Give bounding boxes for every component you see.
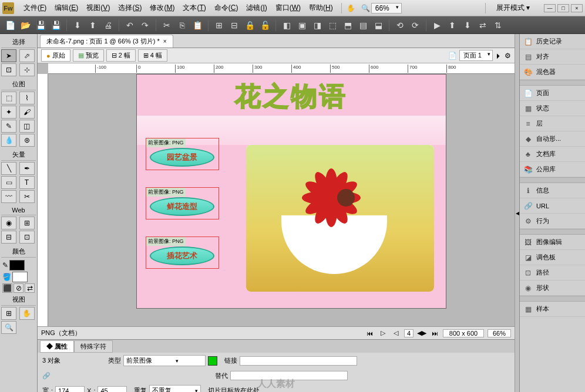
new-icon[interactable]: 📄: [4, 19, 16, 32]
first-frame-icon[interactable]: ⏮: [365, 329, 375, 337]
panel-layers[interactable]: ≡层: [520, 116, 585, 131]
text-tool[interactable]: T: [19, 176, 35, 189]
view-tab-preview[interactable]: ▦预览: [73, 49, 104, 62]
line-tool[interactable]: ╲: [1, 162, 16, 175]
knife-tool[interactable]: ✂: [19, 190, 35, 203]
view-tab-2up[interactable]: ⊟ 2 幅: [106, 49, 136, 62]
document-canvas[interactable]: 花之物语 前景图像: PNG 园艺盆景 前景图像: PNG 鲜花造型 前景图像:…: [136, 74, 446, 309]
nav-button-3[interactable]: 插花艺术: [150, 246, 214, 265]
unlock-icon[interactable]: 🔓: [258, 19, 271, 32]
undo-icon[interactable]: ↶: [123, 19, 136, 32]
panel-history[interactable]: 📋历史记录: [520, 34, 585, 49]
crop-tool[interactable]: ⊹: [19, 63, 35, 76]
panel-collapse-handle[interactable]: ◀: [515, 34, 519, 392]
pointer-tool[interactable]: ➤: [1, 49, 16, 62]
next-frame-icon[interactable]: ◀▶: [417, 329, 426, 337]
panel-info[interactable]: ℹ信息: [520, 183, 585, 198]
redo-icon[interactable]: ↷: [139, 19, 152, 32]
expand-mode-button[interactable]: 展开模式 ▾: [493, 2, 533, 14]
menu-file[interactable]: 文件(F): [20, 2, 50, 14]
swap-colors[interactable]: ⇄: [25, 283, 35, 293]
panel-behaviors[interactable]: ⚙行为: [520, 214, 585, 229]
align-center-icon[interactable]: ▣: [295, 19, 308, 32]
align-middle-icon[interactable]: ▤: [357, 19, 369, 32]
panel-palette[interactable]: ◪调色板: [520, 250, 585, 265]
view-tab-original[interactable]: ●原始: [41, 49, 70, 62]
flip-v-icon[interactable]: ⇅: [492, 19, 505, 32]
hand-tool[interactable]: ✋: [19, 307, 35, 320]
preview-icon[interactable]: ▶: [431, 19, 443, 32]
panel-swatches[interactable]: ▦样本: [520, 302, 585, 317]
arrange-front-icon[interactable]: ⬆: [446, 19, 459, 32]
hand-tool-icon[interactable]: ✋: [347, 4, 355, 12]
copy-icon[interactable]: ⎘: [176, 19, 189, 32]
page-selector[interactable]: 页面 1: [459, 50, 493, 61]
panel-align[interactable]: ▤对齐: [520, 49, 585, 65]
group-icon[interactable]: ⊞: [213, 19, 226, 32]
menu-view[interactable]: 视图(V): [83, 2, 113, 14]
canvas-dims[interactable]: 800 x 600: [443, 329, 484, 337]
menu-filters[interactable]: 滤镜(I): [243, 2, 270, 14]
stroke-color[interactable]: [9, 260, 25, 271]
save-as-icon[interactable]: 💾: [49, 19, 62, 32]
save-icon[interactable]: 💾: [34, 19, 47, 32]
align-left-icon[interactable]: ◧: [280, 19, 293, 32]
align-right-icon[interactable]: ◨: [311, 19, 324, 32]
slice-color-swatch[interactable]: [208, 356, 217, 366]
zoom-dropdown[interactable]: 66%: [371, 3, 402, 13]
prev-frame-icon[interactable]: ◁: [391, 329, 401, 337]
subselect-tool[interactable]: ⬀: [19, 49, 35, 62]
type-select[interactable]: 前景图像: [123, 355, 206, 366]
panel-doclib[interactable]: ♣文档库: [520, 147, 585, 162]
document-tab[interactable]: 未命名-7.png : 页面 1 @ 66% (3 切片) * ×: [40, 35, 173, 48]
no-color[interactable]: ⊘: [14, 283, 23, 293]
repeat-select[interactable]: 不重复: [149, 385, 201, 392]
view-tab-4up[interactable]: ⊞ 4 幅: [138, 49, 167, 62]
eraser-tool[interactable]: ◫: [19, 120, 35, 133]
frame-number[interactable]: 4: [404, 329, 413, 337]
play-icon[interactable]: ▷: [378, 329, 388, 337]
align-bottom-icon[interactable]: ⬓: [372, 19, 385, 32]
lock-icon[interactable]: 🔒: [243, 19, 256, 32]
menu-help[interactable]: 帮助(H): [305, 2, 337, 14]
panel-shapes[interactable]: ◉形状: [520, 281, 585, 296]
panel-mixer[interactable]: 🎨混色器: [520, 65, 585, 80]
distribute-icon[interactable]: ⬚: [326, 19, 339, 32]
brush-tool[interactable]: 🖌: [19, 106, 35, 119]
marquee-tool[interactable]: ⬚: [1, 92, 16, 104]
nav-button-1[interactable]: 园艺盆景: [150, 148, 214, 167]
stamp-tool[interactable]: ⊛: [19, 134, 35, 147]
page-options-icon[interactable]: ⚙: [505, 52, 511, 60]
import-icon[interactable]: ⬇: [71, 19, 84, 32]
menu-window[interactable]: 窗口(W): [272, 2, 304, 14]
wand-tool[interactable]: ✦: [1, 106, 16, 119]
open-icon[interactable]: 📂: [19, 19, 32, 32]
panel-imageedit[interactable]: 🖼图像编辑: [520, 235, 585, 250]
pen-tool[interactable]: ✒: [19, 162, 35, 175]
link-input[interactable]: [240, 356, 357, 366]
width-input[interactable]: [55, 386, 85, 393]
zoom-tool-icon[interactable]: 🔍: [361, 4, 370, 12]
menu-select[interactable]: 选择(S): [115, 2, 145, 14]
blur-tool[interactable]: 💧: [1, 134, 16, 147]
freeform-tool[interactable]: 〰: [1, 190, 16, 203]
menu-edit[interactable]: 编辑(E): [51, 2, 82, 14]
screen-mode-tool[interactable]: ⊞: [1, 307, 16, 320]
rotate-right-icon[interactable]: ⟳: [409, 19, 422, 32]
panel-autoshapes[interactable]: ◆自动形...: [520, 131, 585, 147]
minimize-button[interactable]: —: [544, 4, 556, 12]
props-tab-special[interactable]: 特殊字符: [74, 340, 113, 353]
flip-h-icon[interactable]: ⇄: [476, 19, 489, 32]
last-frame-icon[interactable]: ⏭: [430, 329, 439, 337]
panel-pages[interactable]: 📄页面: [520, 86, 585, 101]
rotate-left-icon[interactable]: ⟲: [394, 19, 406, 32]
props-tab-properties[interactable]: ◆ 属性: [40, 340, 74, 353]
default-colors[interactable]: ⬛: [2, 283, 12, 293]
export-icon[interactable]: ⬆: [86, 19, 99, 32]
menu-modify[interactable]: 修改(M): [146, 2, 178, 14]
panel-states[interactable]: ▦状态: [520, 101, 585, 116]
panel-commonlib[interactable]: 📚公用库: [520, 162, 585, 177]
ungroup-icon[interactable]: ⊟: [228, 19, 241, 32]
hotspot-tool[interactable]: ◉: [1, 217, 16, 229]
lasso-tool[interactable]: ⌇: [19, 92, 35, 104]
